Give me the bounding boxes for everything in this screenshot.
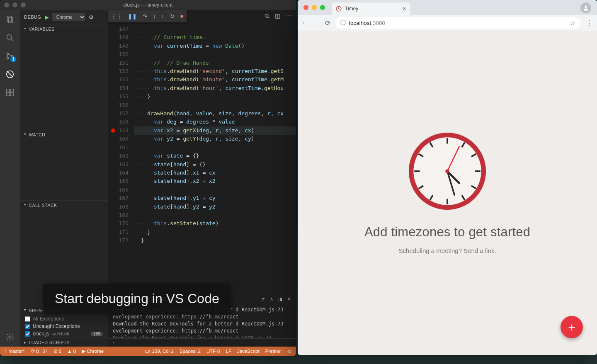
debug-header: DEBUG ▶ Chrome ⚙: [20, 10, 108, 24]
svg-line-16: [339, 9, 340, 9]
extensions-icon[interactable]: [5, 87, 15, 98]
debug-toolbar[interactable]: ⋮⋮ ❚❚ ↷ ↓ ↑ ↻ ■: [108, 10, 187, 22]
bookmark-icon[interactable]: ☆: [570, 19, 575, 26]
svg-point-13: [9, 336, 11, 338]
loaded-scripts-header[interactable]: LOADED SCRIPTS: [20, 337, 108, 347]
scm-icon[interactable]: 1: [5, 51, 15, 61]
settings-icon[interactable]: [5, 332, 15, 342]
browser-tab[interactable]: Timey ✕: [332, 2, 410, 15]
window-title: clock.js — timey-client: [124, 2, 173, 8]
svg-point-5: [7, 57, 9, 59]
sb-warnings[interactable]: ▲ 0: [67, 349, 76, 354]
bp-all-checkbox[interactable]: [25, 316, 30, 322]
svg-line-3: [11, 39, 14, 41]
restart-icon[interactable]: ↻: [170, 13, 175, 19]
svg-point-4: [7, 53, 9, 55]
close-tab-icon[interactable]: ✕: [402, 6, 406, 12]
tab-title: Timey: [345, 6, 358, 12]
zoom-icon[interactable]: [320, 5, 325, 10]
watch-panel[interactable]: WATCH: [20, 130, 108, 200]
page-content: Add timezones to get started Scheduling …: [298, 31, 597, 355]
chrome-window: Timey ✕ ← → ⟳ ⓘ localhost:3000 ☆ ⋮: [298, 0, 597, 355]
zoom-icon[interactable]: [21, 2, 26, 7]
clear-console-icon[interactable]: ≢: [261, 296, 265, 302]
activity-bar: 1: [0, 10, 20, 347]
pause-icon[interactable]: ❚❚: [128, 13, 137, 19]
sb-debug-target[interactable]: ▶ Chrome: [82, 348, 104, 354]
svg-rect-12: [10, 93, 13, 96]
callstack-header[interactable]: CALL STACK: [20, 201, 108, 210]
sb-cursor-pos[interactable]: Ln 159, Col 1: [145, 349, 173, 354]
search-icon[interactable]: [5, 32, 15, 43]
forward-icon[interactable]: →: [313, 19, 320, 27]
panel-position-icon[interactable]: ◨: [278, 296, 282, 302]
svg-line-8: [7, 71, 13, 78]
sb-spaces[interactable]: Spaces: 2: [180, 349, 201, 354]
svg-rect-11: [7, 93, 10, 96]
site-info-icon[interactable]: ⓘ: [340, 19, 346, 27]
sb-encoding[interactable]: UTF-8: [206, 349, 220, 354]
svg-rect-0: [7, 16, 12, 22]
vscode-titlebar[interactable]: clock.js — timey-client: [0, 0, 296, 10]
breakpoint-marker[interactable]: [111, 129, 115, 133]
bp-uncaught-exceptions[interactable]: Uncaught Exceptions: [20, 323, 108, 330]
minimize-icon[interactable]: [312, 5, 317, 10]
drag-handle-icon[interactable]: ⋮⋮: [111, 13, 122, 19]
editor-actions: ⧉ ◫ ⋯: [265, 12, 292, 19]
sb-prettier[interactable]: Prettier: [265, 349, 281, 354]
svg-rect-10: [10, 89, 13, 92]
feedback-icon[interactable]: ☺: [286, 348, 292, 354]
close-icon[interactable]: [4, 2, 9, 7]
bp-uncaught-checkbox[interactable]: [25, 324, 30, 329]
console-input[interactable]: ›: [108, 338, 296, 347]
step-out-icon[interactable]: ↑: [162, 13, 165, 19]
profile-avatar[interactable]: [580, 2, 591, 13]
close-icon[interactable]: [303, 5, 308, 10]
more-actions-icon[interactable]: ⋯: [286, 12, 292, 19]
debug-settings-icon[interactable]: ⚙: [89, 14, 94, 20]
sb-errors[interactable]: ⊘ 0: [53, 348, 62, 354]
line-gutter[interactable]: 147 148 149 150 151 152 153 154 155 156 …: [108, 10, 134, 293]
chrome-toolbar: ← → ⟳ ⓘ localhost:3000 ☆ ⋮: [298, 15, 597, 31]
address-bar[interactable]: ⓘ localhost:3000 ☆: [335, 17, 580, 29]
bp-all-exceptions[interactable]: All Exceptions: [20, 315, 108, 323]
reload-icon[interactable]: ⟳: [325, 19, 330, 27]
start-debug-button[interactable]: ▶: [45, 14, 49, 20]
sb-language[interactable]: JavaScript: [237, 349, 260, 354]
back-icon[interactable]: ←: [302, 19, 308, 27]
debug-icon[interactable]: [5, 69, 15, 80]
stop-icon[interactable]: ■: [180, 14, 183, 19]
chrome-menu-icon[interactable]: ⋮: [585, 18, 593, 27]
bp-file-checkbox[interactable]: [25, 331, 30, 337]
close-panel-icon[interactable]: ✕: [287, 296, 291, 302]
svg-point-34: [445, 169, 449, 173]
status-bar: ᚶ master* ⟳ 0↓ 5↑ ⊘ 0 ▲ 0 ▶ Chrome Ln 15…: [0, 347, 296, 356]
collapse-icon[interactable]: ∧: [270, 296, 273, 302]
watch-header[interactable]: WATCH: [20, 130, 108, 139]
minimize-icon[interactable]: [12, 2, 17, 7]
chrome-tabbar: Timey ✕: [298, 0, 597, 15]
sb-eol[interactable]: LF: [226, 349, 231, 354]
variables-header[interactable]: VARIABLES: [20, 24, 108, 34]
bp-file-row[interactable]: clock.js src/clock 159: [20, 330, 108, 337]
step-over-icon[interactable]: ↷: [143, 13, 147, 19]
sb-branch[interactable]: ᚶ master*: [4, 349, 25, 354]
tutorial-caption: Start debugging in VS Code: [43, 284, 231, 314]
scm-badge: 1: [10, 56, 16, 62]
svg-point-17: [585, 6, 587, 8]
code-area[interactable]: ······// Current time. ······var current…: [134, 10, 296, 293]
variables-panel[interactable]: VARIABLES: [20, 24, 108, 130]
debug-config-select[interactable]: Chrome: [52, 13, 85, 21]
chrome-window-controls[interactable]: [303, 5, 325, 10]
split-editor-icon[interactable]: ◫: [275, 12, 280, 19]
add-fab[interactable]: ＋: [561, 316, 583, 338]
debug-label: DEBUG: [24, 15, 41, 19]
window-controls[interactable]: [4, 2, 26, 7]
sb-sync[interactable]: ⟳ 0↓ 5↑: [31, 348, 48, 354]
explorer-icon[interactable]: [5, 14, 15, 25]
clock-illustration: [408, 132, 487, 211]
compare-icon[interactable]: ⧉: [265, 12, 269, 19]
step-into-icon[interactable]: ↓: [153, 13, 156, 19]
page-subheading: Scheduling a meeting? Send a link.: [398, 247, 496, 254]
page-heading: Add timezones to get started: [364, 225, 530, 240]
